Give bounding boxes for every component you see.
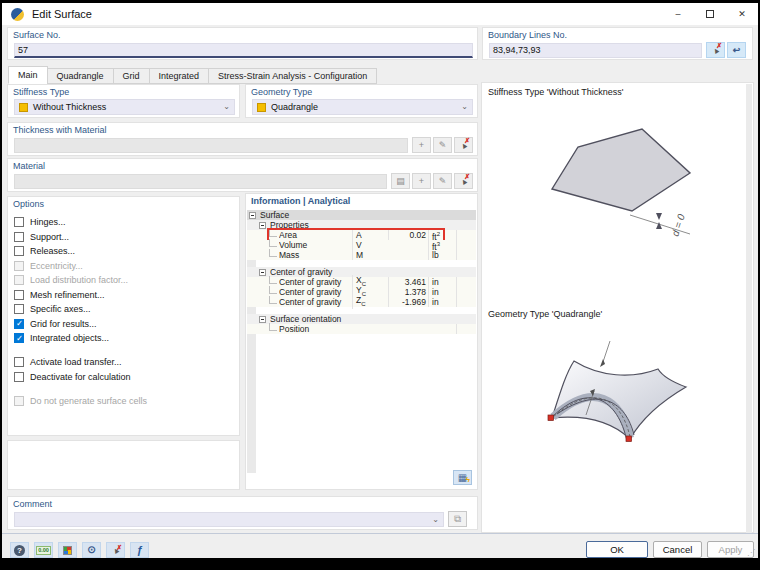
geometry-swatch-icon (257, 103, 266, 112)
checkbox-releases[interactable] (14, 246, 24, 256)
library-book-icon: ▤ (396, 176, 405, 186)
stiffness-type-select[interactable]: Without Thickness ⌄ (14, 99, 235, 115)
pick-lines-button[interactable]: ▲ ✗ (706, 42, 725, 58)
pick-thickness-button[interactable]: ▲ ✗ (454, 137, 473, 153)
ok-button[interactable]: OK (586, 541, 648, 558)
collapse-icon[interactable] (259, 269, 266, 276)
copy-comment-button[interactable]: ⧉ (448, 511, 467, 527)
cancel-button[interactable]: Cancel (653, 541, 702, 558)
option-label: Mesh refinement... (30, 290, 105, 300)
property-symbol: V (352, 240, 388, 250)
new-icon: + (419, 140, 424, 150)
option-support[interactable]: Support... (14, 231, 239, 242)
cell-filler (456, 230, 476, 240)
chevron-down-icon: ⌄ (432, 516, 439, 524)
checkbox-deactivate-for-calculation[interactable] (14, 372, 24, 382)
tree-spacer (247, 260, 476, 267)
cell-filler (456, 324, 476, 334)
minimize-button[interactable]: – (662, 3, 694, 25)
material-library-button[interactable]: ▤ (391, 173, 410, 189)
edit-icon: ✎ (439, 176, 447, 186)
stiffness-type-label: Stiffness Type (13, 87, 69, 97)
property-name: Center of gravity (279, 287, 352, 297)
tree-group-label: Surface orientation (270, 314, 341, 324)
option-releases[interactable]: Releases... (14, 246, 239, 257)
option-hinges[interactable]: Hinges... (14, 217, 239, 228)
checkbox-integrated-objects[interactable] (14, 333, 24, 343)
edit-thickness-button[interactable]: ✎ (433, 137, 452, 153)
tree-group-label: Surface (260, 210, 289, 220)
information-header: Information | Analytical (251, 196, 350, 206)
property-name: Mass (279, 250, 352, 260)
bolt-icon: ϟ (466, 475, 470, 484)
stiffness-preview-image: d = 0 (492, 101, 744, 303)
tree-row-surface[interactable]: Surface (247, 210, 476, 220)
option-label: Activate load transfer... (30, 357, 122, 367)
empty-group (7, 440, 240, 490)
tree-row-volume[interactable]: VolumeVft3 (247, 240, 476, 250)
preview-scroll-gutter[interactable] (746, 84, 752, 533)
pick-material-button[interactable]: ▲ ✗ (454, 173, 473, 189)
surface-no-input[interactable]: 57 (14, 43, 473, 58)
tree-spacer (247, 307, 476, 314)
tab-main[interactable]: Main (8, 66, 48, 84)
geometry-type-select[interactable]: Quadrangle ⌄ (252, 99, 473, 115)
option-label: Load distribution factor... (30, 275, 128, 285)
export-table-button[interactable]: ▦ ϟ (453, 470, 472, 485)
checkbox-support[interactable] (14, 232, 24, 242)
collapse-icon[interactable] (249, 212, 256, 219)
resize-grip[interactable]: ⋰ (747, 548, 755, 557)
option-deactivate-for-calculation[interactable]: Deactivate for calculation (14, 371, 239, 382)
function-editor-button[interactable]: ƒ (130, 542, 149, 558)
reverse-lines-button[interactable]: ↩ (727, 42, 746, 58)
boundary-lines-group: Boundary Lines No. 83,94,73,93 ▲ ✗ ↩ (482, 27, 753, 60)
boundary-lines-input[interactable]: 83,94,73,93 (489, 43, 702, 58)
option-specific-axes[interactable]: Specific axes... (14, 304, 239, 315)
new-material-button[interactable]: + (412, 173, 431, 189)
tree-row-position[interactable]: Position (247, 324, 476, 334)
tree-connector-icon (269, 229, 277, 237)
display-properties-button[interactable] (58, 542, 77, 558)
close-button[interactable]: ✕ (726, 3, 758, 25)
view-object-button[interactable]: ⊙ (82, 542, 101, 558)
checkbox-hinges[interactable] (14, 217, 24, 227)
tree-row-center-of-gravity[interactable]: Center of gravityZC-1.969in (247, 297, 476, 307)
collapse-icon[interactable] (259, 316, 266, 323)
edit-material-button[interactable]: ✎ (433, 173, 452, 189)
tree-row-surface-orientation[interactable]: Surface orientation (247, 314, 476, 324)
option-integrated-objects[interactable]: Integrated objects... (14, 333, 239, 344)
help-button[interactable]: ? (10, 542, 29, 558)
tree-row-mass[interactable]: MassMlb (247, 250, 476, 260)
information-tree: SurfacePropertiesAreaA0.02ft2VolumeVft3M… (247, 210, 476, 473)
stiffness-type-value: Without Thickness (33, 102, 106, 112)
cancel-pick-icon: ✗ (464, 137, 470, 145)
checkbox-activate-load-transfer[interactable] (14, 357, 24, 367)
screenshot-stage: Edit Surface – ✕ Surface No. 57 Boundary… (0, 0, 760, 570)
checkbox-mesh-refinement[interactable] (14, 290, 24, 300)
option-mesh-refinement[interactable]: Mesh refinement... (14, 289, 239, 300)
checkbox-specific-axes[interactable] (14, 304, 24, 314)
property-name: Volume (279, 240, 352, 250)
material-group: Material ▤ + ✎ ▲ ✗ (7, 158, 478, 192)
maximize-button[interactable] (694, 3, 726, 25)
property-name: Area (279, 230, 352, 240)
comment-combobox[interactable]: ⌄ (14, 512, 444, 527)
title-bar[interactable]: Edit Surface – ✕ (2, 3, 758, 25)
units-settings-button[interactable]: 0.00 (34, 542, 53, 558)
preview-panel: Stiffness Type 'Without Thickness' d = 0… (481, 82, 754, 533)
property-unit: lb (428, 250, 456, 260)
thickness-input (14, 138, 408, 153)
new-thickness-button[interactable]: + (412, 137, 431, 153)
tab-integrated[interactable]: Integrated (149, 68, 210, 84)
surface-no-group: Surface No. 57 (7, 27, 478, 60)
collapse-icon[interactable] (259, 222, 266, 229)
checkbox-grid-for-results[interactable] (14, 319, 24, 329)
tab-grid[interactable]: Grid (113, 68, 150, 84)
option-grid-for-results[interactable]: Grid for results... (14, 318, 239, 329)
material-input (14, 174, 387, 189)
tab-stress-strain-analysis-configuration[interactable]: Stress-Strain Analysis - Configuration (208, 68, 377, 84)
tree-connector-icon (269, 249, 277, 257)
deselect-button[interactable]: ▲ ✗ (106, 542, 125, 558)
option-activate-load-transfer[interactable]: Activate load transfer... (14, 357, 239, 368)
tab-quadrangle[interactable]: Quadrangle (47, 68, 114, 84)
